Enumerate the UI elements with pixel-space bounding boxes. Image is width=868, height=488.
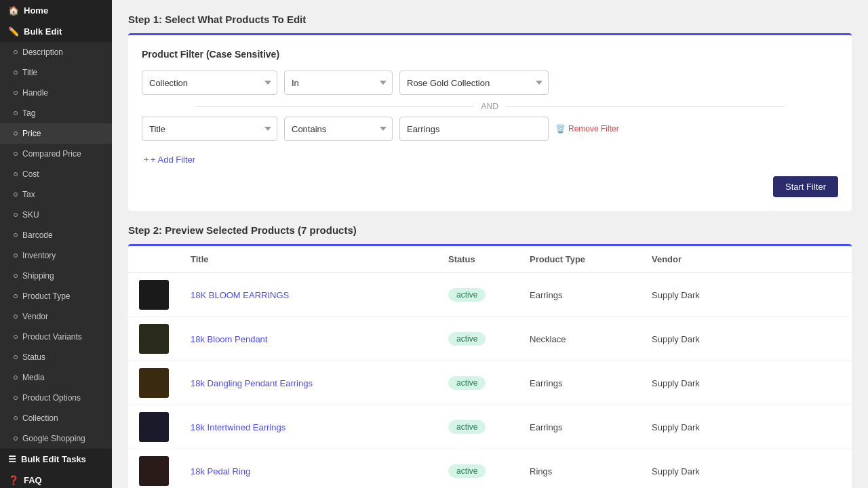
sidebar-item-inventory[interactable]: Inventory [0, 245, 112, 266]
dot-icon [14, 213, 18, 217]
sidebar-item-description[interactable]: Description [0, 42, 112, 62]
status-badge: active [448, 288, 486, 302]
main-content: Step 1: Select What Products To Edit Pro… [112, 0, 868, 488]
products-table: Title Status Product Type Vendor 18K BLO… [128, 246, 852, 488]
filter-value-select-1[interactable]: Rose Gold Collection Summer Collection W… [399, 70, 549, 95]
sidebar-item-product-variants[interactable]: Product Variants [0, 327, 112, 347]
filter-footer: Start Filter [142, 176, 838, 197]
products-table-card: Title Status Product Type Vendor 18K BLO… [128, 244, 852, 488]
product-title-link[interactable]: 18k Pedal Ring [191, 466, 250, 476]
product-title-link[interactable]: 18k Bloom Pendant [191, 334, 267, 344]
sidebar-item-vendor[interactable]: Vendor [0, 306, 112, 327]
sidebar-item-collection[interactable]: Collection [0, 408, 112, 428]
filter-value-input-2[interactable] [399, 117, 549, 141]
table-row: 18k Pedal RingactiveRingsSupply Dark [128, 449, 852, 489]
table-row: 18k Dangling Pendant EarringsactiveEarri… [128, 361, 852, 405]
sidebar-item-google-shopping[interactable]: Google Shopping [0, 428, 112, 449]
filter-operator-select-2[interactable]: Contains Does Not Contain Equals Starts … [284, 117, 393, 141]
step1-title: Step 1: Select What Products To Edit [128, 14, 852, 25]
table-row: 18K BLOOM EARRINGSactiveEarringsSupply D… [128, 273, 852, 317]
sidebar-item-tax[interactable]: Tax [0, 184, 112, 205]
dot-icon [14, 131, 18, 136]
product-title-link[interactable]: 18k Dangling Pendant Earrings [191, 378, 313, 388]
sidebar-item-media[interactable]: Media [0, 367, 112, 388]
and-divider: AND [142, 102, 838, 111]
sidebar: 🏠 Home ✏️ Bulk Edit Description Title Ha… [0, 0, 112, 488]
dot-icon [14, 192, 18, 197]
filter-card-title: Product Filter (Case Sensitive) [142, 49, 838, 60]
sidebar-item-shipping[interactable]: Shipping [0, 266, 112, 286]
filter-field-select-1[interactable]: Collection Title Handle Tag Product Type… [142, 70, 277, 95]
vendor-cell: Supply Dark [641, 273, 852, 317]
product-thumbnail [139, 368, 169, 398]
dot-icon [14, 91, 18, 95]
sidebar-item-tag[interactable]: Tag [0, 103, 112, 123]
dot-icon [14, 396, 18, 400]
col-header-title: Title [180, 246, 437, 273]
dot-icon [14, 111, 18, 115]
col-header-status: Status [437, 246, 519, 273]
dot-icon [14, 355, 18, 359]
sidebar-item-product-type[interactable]: Product Type [0, 286, 112, 306]
dot-icon [14, 335, 18, 339]
product-type-cell: Earrings [519, 273, 641, 317]
product-title-link[interactable]: 18k Intertwined Earrings [191, 422, 285, 432]
sidebar-item-title[interactable]: Title [0, 62, 112, 83]
dot-icon [14, 436, 18, 441]
filter-field-select-2[interactable]: Title Collection Handle Tag Product Type… [142, 117, 277, 141]
remove-filter-button[interactable]: 🗑️ Remove Filter [555, 124, 619, 134]
dot-icon [14, 274, 18, 278]
home-icon: 🏠 [8, 5, 19, 16]
filter-operator-select-1[interactable]: In Not In Equals Not Equals [284, 70, 393, 95]
add-filter-button[interactable]: ＋ + Add Filter [142, 153, 195, 165]
sidebar-item-bulk-edit-tasks[interactable]: ☰ Bulk Edit Tasks [0, 449, 112, 470]
bulk-edit-icon: ✏️ [8, 26, 19, 37]
step2-title: Step 2: Preview Selected Products (7 pro… [128, 224, 852, 236]
status-badge: active [448, 332, 486, 346]
status-badge: active [448, 420, 486, 434]
filter-card: Product Filter (Case Sensitive) Collecti… [128, 33, 852, 211]
sidebar-item-faq[interactable]: ❓ FAQ [0, 470, 112, 488]
trash-icon: 🗑️ [555, 124, 566, 134]
sidebar-item-handle[interactable]: Handle [0, 83, 112, 103]
product-type-cell: Earrings [519, 361, 641, 405]
dot-icon [14, 233, 18, 237]
vendor-cell: Supply Dark [641, 361, 852, 405]
sidebar-label-home: Home [24, 5, 48, 16]
sidebar-item-cost[interactable]: Cost [0, 164, 112, 184]
sidebar-item-sku[interactable]: SKU [0, 205, 112, 225]
sidebar-item-bulk-edit[interactable]: ✏️ Bulk Edit [0, 21, 112, 42]
col-header-vendor: Vendor [641, 246, 852, 273]
sidebar-label-bulk-edit: Bulk Edit [24, 26, 62, 37]
sidebar-item-price[interactable]: Price [0, 123, 112, 144]
vendor-cell: Supply Dark [641, 449, 852, 489]
dot-icon [14, 70, 18, 75]
tasks-icon: ☰ [8, 454, 16, 464]
dot-icon [14, 152, 18, 156]
product-type-cell: Rings [519, 449, 641, 489]
col-header-type: Product Type [519, 246, 641, 273]
sidebar-item-product-options[interactable]: Product Options [0, 388, 112, 408]
dot-icon [14, 294, 18, 298]
status-badge: active [448, 464, 486, 478]
filter-row-2: Title Collection Handle Tag Product Type… [142, 117, 838, 141]
dot-icon [14, 375, 18, 380]
filter-row-1: Collection Title Handle Tag Product Type… [142, 70, 838, 95]
sidebar-item-barcode[interactable]: Barcode [0, 225, 112, 245]
dot-icon [14, 253, 18, 258]
faq-icon: ❓ [8, 475, 19, 485]
dot-icon [14, 172, 18, 176]
table-row: 18k Intertwined EarringsactiveEarringsSu… [128, 405, 852, 449]
product-thumbnail [139, 324, 169, 354]
sidebar-item-compared-price[interactable]: Compared Price [0, 144, 112, 164]
table-row: 18k Bloom PendantactiveNecklaceSupply Da… [128, 317, 852, 361]
product-title-link[interactable]: 18K BLOOM EARRINGS [191, 290, 289, 300]
col-header-img [128, 246, 180, 273]
dot-icon [14, 50, 18, 54]
sidebar-item-home[interactable]: 🏠 Home [0, 0, 112, 21]
sidebar-item-status[interactable]: Status [0, 347, 112, 367]
product-thumbnail [139, 456, 169, 486]
start-filter-button[interactable]: Start Filter [773, 176, 838, 197]
product-type-cell: Necklace [519, 317, 641, 361]
status-badge: active [448, 376, 486, 390]
